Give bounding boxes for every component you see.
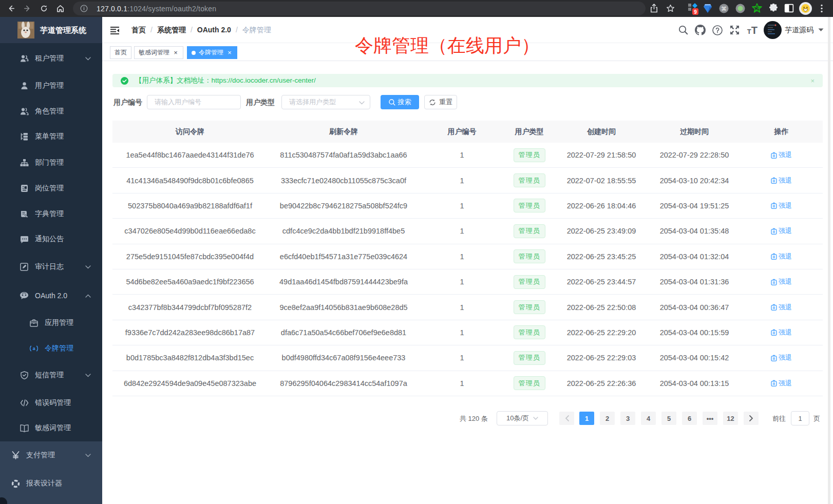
svg-text:⌘: ⌘ <box>721 6 727 12</box>
svg-text:9: 9 <box>694 9 697 15</box>
svg-text:a: a <box>33 346 35 351</box>
